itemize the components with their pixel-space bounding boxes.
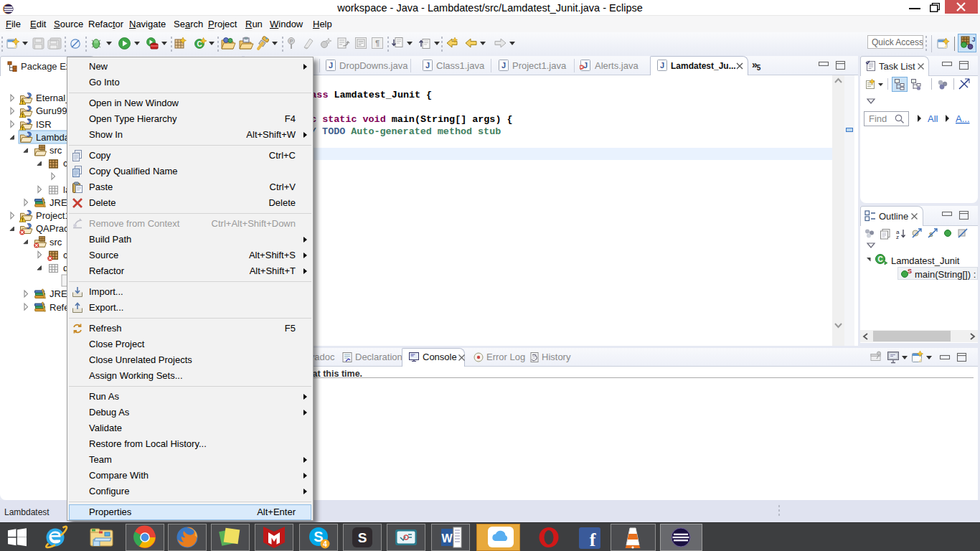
svg-text:4: 4 (323, 540, 327, 548)
svg-text:P: P (290, 39, 293, 44)
svg-text:¶: ¶ (375, 39, 380, 47)
svg-text:J: J (972, 36, 976, 43)
svg-text:S: S (358, 530, 367, 545)
svg-text:Find: Find (869, 113, 887, 124)
svg-text:All: All (928, 113, 938, 124)
svg-text:z: z (896, 234, 899, 240)
svg-text:f: f (590, 529, 596, 550)
svg-text:W: W (441, 532, 453, 545)
svg-text:A...: A... (956, 113, 970, 124)
svg-text:C: C (877, 255, 882, 263)
svg-text:S: S (908, 268, 912, 275)
